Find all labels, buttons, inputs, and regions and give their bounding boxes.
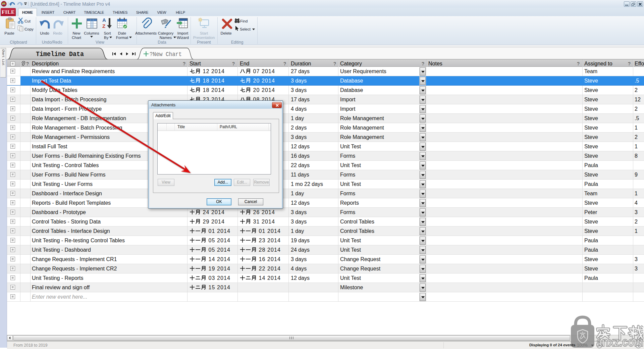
svg-text:anxz.com: anxz.com [596, 336, 643, 349]
svg-text:A: A [102, 17, 106, 23]
svg-text:Z: Z [102, 23, 105, 29]
svg-text:Timeline Data: Timeline Data [36, 50, 84, 58]
svg-text:?New Chart: ?New Chart [150, 51, 182, 58]
